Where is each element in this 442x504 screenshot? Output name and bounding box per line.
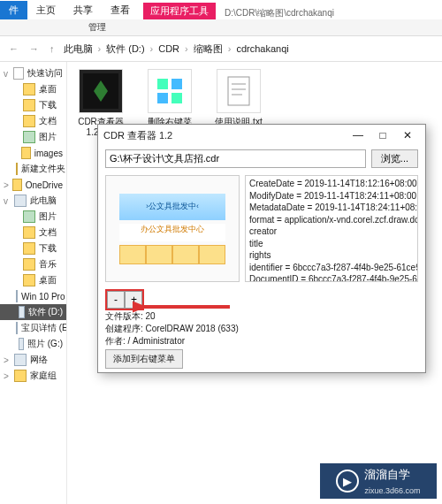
close-button[interactable]: ✕ [395,129,420,141]
metadata-line: DocumentID = 6bccc7a3-f287-4f4b-9e25-61c… [249,273,414,282]
ribbon-context-tab[interactable]: 管理 [0,19,442,36]
tree-node[interactable]: 音乐 [0,256,66,272]
metadata-line: ModifyDate = 2019-11-14T18:24:11+08:00 [249,190,414,202]
browse-button[interactable]: 浏览... [371,149,418,168]
info-line: 作者: / Administrator [105,336,185,346]
tree-node[interactable]: 桌面 [0,81,66,97]
tree-node[interactable]: >网络 [0,352,66,368]
ribbon-tabs: 件 主页 共享 查看 应用程序工具 D:\CDR\缩略图\cdrchakanqi [0,0,442,19]
tree-node[interactable]: 图片 [0,209,66,225]
address-bar: ← → ↑ 此电脑› 软件 (D:)› CDR› 缩略图› cdrchakanq… [0,36,442,62]
svg-rect-1 [157,79,168,89]
metadata-line: identifier = 6bccc7a3-f287-4f4b-9e25-61c… [249,262,414,274]
metadata-line: rights [249,249,414,262]
metadata-line: MetadataDate = 2019-11-14T18:24:11+08:00 [249,202,414,214]
tree-node[interactable]: 软件 (D:) [0,304,66,320]
svg-rect-5 [228,77,249,105]
watermark: ▶ 溜溜自学 zixue.3d66.com [320,463,437,499]
breadcrumb[interactable]: 此电脑› 软件 (D:)› CDR› 缩略图› cdrchakanqi [62,42,438,56]
exe-icon [79,69,123,113]
tree-node[interactable]: 新建文件夹 (4 [0,161,66,177]
info-line: 创建程序: CorelDRAW 2018 (633) [105,324,239,333]
tree-node[interactable]: 图片 [0,129,66,145]
svg-rect-3 [157,93,168,103]
preview-banner: 办公文具批发中心 [119,224,225,241]
tree-node[interactable]: v快速访问 [0,65,66,81]
breadcrumb-item[interactable]: 缩略图 [192,42,225,56]
info-line: 文件版本: 20 [105,311,156,321]
metadata-pane[interactable]: CreateDate = 2019-11-14T18:12:16+08:00Mo… [245,175,418,282]
nav-up-icon[interactable]: ↑ [46,43,58,54]
tab-file[interactable]: 件 [0,1,27,19]
tree-node[interactable]: 照片 (G:) [0,336,66,352]
metadata-line: format = application/x-vnd.corel.zcf.dra… [249,214,414,226]
path-input[interactable] [105,149,366,168]
nav-tree[interactable]: v快速访问桌面下载文档图片images新建文件夹 (4>OneDrivev此电脑… [0,62,67,504]
tab-share[interactable]: 共享 [65,1,102,19]
svg-rect-2 [171,79,182,89]
preview-banner: ›公文具批发中‹ [119,194,225,220]
tree-node[interactable]: images [0,145,66,161]
metadata-line: creator [249,225,414,238]
zoom-in-button[interactable]: + [125,291,142,309]
nav-back-icon[interactable]: ← [5,43,22,54]
svg-rect-4 [171,93,182,103]
minimize-button[interactable]: — [346,129,370,141]
zoom-controls: - + [105,289,144,310]
metadata-line: title [249,238,414,250]
breadcrumb-item[interactable]: 软件 (D:) [104,42,146,56]
breadcrumb-item[interactable]: cdrchakanqi [234,43,290,54]
metadata-line: CreateDate = 2019-11-14T18:12:16+08:00 [249,178,414,190]
context-tab-group: 应用程序工具 [143,3,216,19]
reg-icon [148,69,192,113]
tree-node[interactable]: v此电脑 [0,193,66,209]
maximize-button[interactable]: □ [370,129,395,141]
titlebar-path: D:\CDR\缩略图\cdrchakanqi [225,7,334,19]
tree-node[interactable]: 文档 [0,225,66,241]
zoom-out-button[interactable]: - [107,291,125,309]
watermark-brand: 溜溜自学 [364,468,410,481]
tree-node[interactable]: >家庭组 [0,368,66,384]
breadcrumb-item[interactable]: CDR [156,43,181,54]
tree-node[interactable]: Win 10 Pro x64 (C [0,288,66,304]
dialog-titlebar[interactable]: CDR 查看器 1.2 — □ ✕ [98,125,425,146]
tree-node[interactable]: 文档 [0,113,66,129]
watermark-url: zixue.3d66.com [364,486,420,495]
breadcrumb-item[interactable]: 此电脑 [62,42,95,56]
tree-node[interactable]: 下载 [0,241,66,256]
tab-view[interactable]: 查看 [102,1,139,19]
preview-swatch [119,245,225,264]
tree-node[interactable]: 下载 [0,97,66,113]
file-item-txt[interactable]: 使用说明.txt [212,69,265,127]
tree-node[interactable]: 桌面 [0,272,66,288]
preview-pane: ›公文具批发中‹ 办公文具批发中心 [105,175,240,282]
tab-home[interactable]: 主页 [27,1,65,19]
nav-forward-icon[interactable]: → [26,43,42,54]
tree-node[interactable]: 宝贝详情 (E:) [0,320,66,336]
txt-icon [217,69,261,113]
cdr-viewer-dialog: CDR 查看器 1.2 — □ ✕ 浏览... ›公文具批发中‹ 办公文具批发中… [97,124,426,373]
tree-node[interactable]: >OneDrive [0,177,66,193]
dialog-title: CDR 查看器 1.2 [103,129,346,142]
play-icon: ▶ [336,470,359,493]
add-context-menu-button[interactable]: 添加到右键菜单 [105,349,183,369]
